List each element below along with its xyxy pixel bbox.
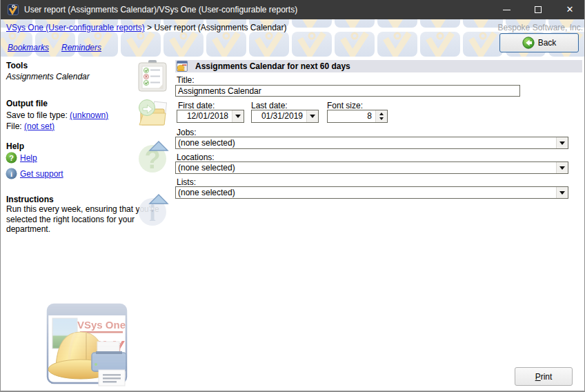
first-date-dropdown-button[interactable]: [232, 110, 244, 122]
first-date-value: 12/01/2018: [177, 110, 232, 122]
vsys-watermark-tile: [335, 19, 375, 28]
save-type-link[interactable]: (unknown): [70, 110, 108, 120]
spin-down-icon: [379, 117, 384, 120]
logo-month-text: JULY: [77, 337, 126, 358]
jobs-value: (none selected): [176, 137, 556, 148]
help-link[interactable]: Help: [20, 153, 37, 163]
file-row: File: (not set): [6, 121, 54, 131]
bookmarks-link[interactable]: Bookmarks: [8, 43, 49, 52]
svg-text:?: ?: [144, 145, 160, 173]
lists-select[interactable]: (none selected): [175, 186, 568, 199]
breadcrumb-home-link[interactable]: VSys One (User-configurable reports): [6, 23, 145, 32]
vsys-watermark-tile: [163, 32, 204, 57]
title-input[interactable]: [175, 85, 520, 97]
lists-value: (none selected): [176, 187, 556, 198]
help-heading: Help: [6, 141, 24, 151]
title-label: Title:: [177, 75, 195, 85]
dropdown-arrow-icon: [559, 141, 565, 145]
vsys-watermark-tile: [377, 19, 417, 28]
jobs-dropdown-button[interactable]: [556, 137, 568, 148]
titlebar: User report (Assignments Calendar)/VSys …: [1, 0, 585, 19]
locations-label: Locations:: [177, 153, 215, 162]
vsys-watermark-tile: [121, 32, 161, 57]
vsys-watermark-tile: [292, 32, 332, 57]
info-icon: i: [6, 168, 17, 179]
last-date-value: 01/31/2019: [252, 110, 306, 122]
app-icon: [8, 4, 19, 15]
vsys-watermark-tile: [377, 32, 417, 57]
vsys-watermark-tile: [249, 32, 289, 57]
instructions-text: Run this every week, ensuring that you'v…: [6, 204, 166, 235]
vsys-watermark-tile: [463, 32, 503, 57]
spin-up-icon: [379, 112, 384, 115]
current-tool-name: Assignments Calendar: [6, 72, 90, 81]
report-icon: [177, 61, 188, 72]
locations-value: (none selected): [176, 162, 556, 173]
output-folder-icon: [136, 99, 169, 131]
font-size-value: 8: [328, 110, 375, 122]
file-label: File:: [6, 121, 24, 131]
print-button-label: Print: [535, 372, 553, 382]
svg-text:i: i: [10, 170, 12, 178]
vsys-watermark-tile: [420, 32, 460, 57]
vsys-watermark-tile: [463, 19, 503, 28]
first-date-picker[interactable]: 12/01/2018: [177, 110, 244, 123]
svg-text:19 20 21: 19 20 21: [98, 358, 122, 365]
maximize-icon: [535, 6, 542, 13]
back-button-label: Back: [538, 38, 557, 48]
save-type-row: Save to file type: (unknown): [6, 110, 108, 120]
lists-dropdown-button[interactable]: [556, 187, 568, 198]
tasks-clipboard-icon: [137, 60, 168, 92]
vsys-watermark-tile: [335, 32, 375, 57]
window-title: User report (Assignments Calendar)/VSys …: [24, 0, 297, 19]
svg-text:25 26 27 28: 25 26 27 28: [89, 366, 122, 373]
reminders-link[interactable]: Reminders: [61, 43, 101, 52]
company-name: Bespoke Software, Inc.: [498, 23, 583, 32]
svg-text:5 6 7: 5 6 7: [108, 342, 122, 349]
font-size-label: Font size:: [327, 101, 363, 110]
first-date-label: First date:: [178, 101, 215, 110]
breadcrumb-current: User report (Assignments Calendar): [154, 23, 286, 32]
svg-text:12 13 14: 12 13 14: [98, 350, 122, 357]
maximize-button[interactable]: [522, 0, 554, 19]
last-date-label: Last date:: [251, 101, 288, 110]
svg-text:29 30: 29 30: [101, 373, 117, 380]
vsys-watermark-tile: [292, 19, 332, 28]
vsys-watermark-tile: [420, 19, 460, 28]
help-icon: ?: [6, 152, 17, 164]
locations-dropdown-button[interactable]: [556, 162, 568, 173]
lists-label: Lists:: [177, 177, 196, 187]
save-type-label: Save to file type:: [6, 110, 70, 120]
close-button[interactable]: ✕: [554, 0, 585, 19]
minimize-button[interactable]: [490, 0, 522, 19]
file-link[interactable]: (not set): [24, 121, 54, 131]
get-support-link[interactable]: Get support: [20, 169, 63, 179]
close-icon: ✕: [566, 0, 574, 19]
instructions-heading: Instructions: [6, 195, 54, 204]
last-date-picker[interactable]: 01/31/2019: [251, 110, 319, 123]
breadcrumb: VSys One (User-configurable reports) > U…: [6, 23, 287, 32]
tools-heading: Tools: [6, 61, 28, 70]
dropdown-arrow-icon: [235, 115, 241, 118]
jobs-label: Jobs:: [177, 128, 197, 137]
breadcrumb-separator: >: [147, 23, 152, 32]
font-size-spin-buttons[interactable]: [375, 110, 387, 122]
vsys-watermark-tile: [206, 32, 246, 57]
jobs-select[interactable]: (none selected): [175, 137, 568, 149]
dropdown-arrow-icon: [559, 166, 565, 170]
locations-select[interactable]: (none selected): [175, 161, 568, 174]
output-file-heading: Output file: [6, 99, 48, 108]
dropdown-arrow-icon: [310, 115, 315, 118]
application-window: User report (Assignments Calendar)/VSys …: [0, 0, 585, 392]
dropdown-arrow-icon: [559, 191, 565, 195]
font-size-stepper[interactable]: 8: [327, 110, 388, 123]
last-date-dropdown-button[interactable]: [306, 110, 318, 122]
svg-text:?: ?: [9, 154, 14, 162]
form-header-bar: Assignments Calendar for next 60 days: [175, 60, 582, 72]
back-button[interactable]: Back: [499, 33, 579, 52]
logo-brand-text: VSys One: [77, 319, 126, 331]
minimize-icon: [503, 10, 510, 10]
print-button[interactable]: Print: [515, 367, 573, 386]
form-header-title: Assignments Calendar for next 60 days: [195, 61, 350, 71]
vsys-one-logo: VSys One JULY 5 6 7 12 13 14 19 20 21 25…: [41, 302, 132, 389]
